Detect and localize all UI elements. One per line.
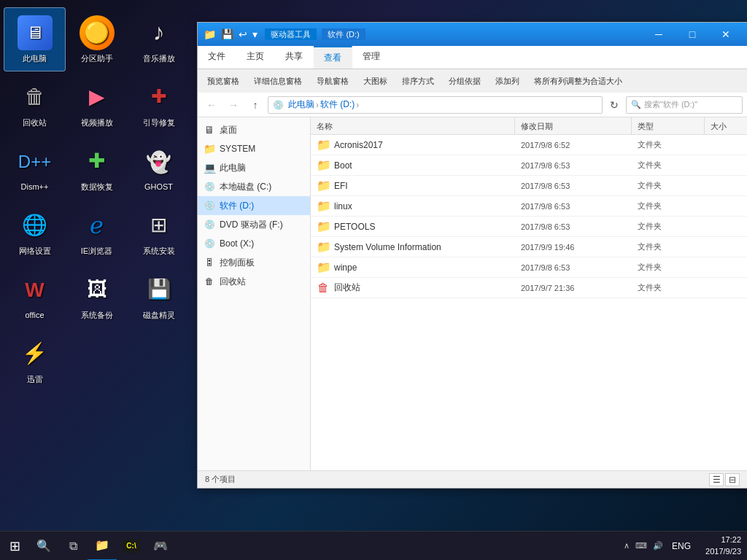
desktop-icon-ie[interactable]: ℯ IE浏览器: [66, 200, 128, 264]
ribbon-btn-4[interactable]: 大图标: [357, 73, 394, 90]
nav-item-control-panel[interactable]: 🎛 控制面板: [198, 253, 310, 272]
table-row[interactable]: 📁 Acronis2017 2017/9/8 6:52 文件夹: [311, 135, 747, 155]
nav-item-dvd-f[interactable]: 💿 DVD 驱动器 (F:): [198, 215, 310, 234]
table-row[interactable]: 🗑 回收站 2017/9/7 21:36 文件夹: [311, 278, 747, 298]
desktop-icon-network[interactable]: 🌐 网络设置: [4, 200, 66, 264]
minimize-button[interactable]: ─: [642, 23, 676, 46]
software-d-link[interactable]: 软件 (D:): [320, 98, 355, 111]
nav-item-recycle-bin[interactable]: 🗑 回收站: [198, 272, 310, 291]
desktop-icon-office[interactable]: W office: [4, 264, 66, 328]
status-view-buttons: ☰ ⊟: [709, 473, 740, 486]
col-size[interactable]: 大小: [705, 117, 747, 135]
software-d-label: 软件 (D:): [322, 28, 365, 40]
ribbon-btn-1[interactable]: 预览窗格: [201, 73, 246, 90]
ribbon-tabs: 文件 主页 共享 查看 管理: [198, 46, 747, 69]
taskbar-cmd[interactable]: C:\: [117, 532, 146, 561]
col-name[interactable]: 名称: [311, 117, 515, 135]
nav-item-local-c[interactable]: 💿 本地磁盘 (C:): [198, 177, 310, 196]
forward-button[interactable]: →: [224, 96, 243, 114]
desktop-icon-video[interactable]: ▶ 视频播放: [66, 71, 128, 136]
taskbar-task-view[interactable]: ⧉: [58, 532, 88, 561]
ribbon-btn-3[interactable]: 导航窗格: [310, 73, 355, 90]
desktop-icon-xunlei[interactable]: ⚡ 迅雷: [4, 328, 66, 392]
file-name-cell: 📁 Boot: [311, 158, 515, 172]
back-button[interactable]: ←: [202, 96, 221, 114]
desktop-icon-repair[interactable]: ✚ 引导修复: [128, 71, 190, 136]
tab-share[interactable]: 共享: [275, 46, 314, 69]
search-bar[interactable]: 🔍 搜索"软件 (D:)": [626, 96, 743, 114]
desktop-icon-music[interactable]: ♪ 音乐播放: [128, 7, 190, 71]
xunlei-icon: ⚡: [18, 336, 53, 371]
desktop-icon-partition[interactable]: 🟡 分区助手: [66, 7, 128, 71]
file-modified: 2017/9/8 6:52: [515, 141, 632, 149]
table-row[interactable]: 📁 System Volume Information 2017/9/9 19:…: [311, 237, 747, 257]
taskbar-clock[interactable]: 17:22 2017/9/23: [700, 534, 747, 557]
search-icon: 🔍: [631, 100, 641, 109]
table-row[interactable]: 📁 Boot 2017/9/8 6:53 文件夹: [311, 155, 747, 176]
desktop-icon-this-pc[interactable]: 🖥 此电脑: [4, 7, 66, 71]
item-count: 8 个项目: [205, 474, 236, 485]
tab-file[interactable]: 文件: [198, 46, 236, 69]
desktop-icon-label: 迅雷: [27, 374, 43, 385]
tray-language[interactable]: ENG: [669, 541, 694, 551]
nav-item-this-pc[interactable]: 💻 此电脑: [198, 158, 310, 177]
ie-icon: ℯ: [80, 208, 115, 243]
folder-icon: 📁: [317, 219, 330, 233]
up-button[interactable]: ↑: [246, 96, 265, 114]
taskbar-search[interactable]: 🔍: [29, 532, 58, 561]
taskbar-file-explorer[interactable]: 📁: [88, 532, 117, 561]
table-row[interactable]: 📁 PETOOLS 2017/9/8 6:53 文件夹: [311, 217, 747, 237]
file-modified: 2017/9/8 6:53: [515, 222, 632, 231]
table-row[interactable]: 📁 EFI 2017/9/8 6:53 文件夹: [311, 176, 747, 196]
explorer-window: 📁 💾 ↩ ▾ 驱动器工具 软件 (D:) ─ □ ✕ 文件 主页 共享 查看 …: [197, 22, 747, 489]
refresh-button[interactable]: ↻: [605, 96, 623, 114]
tab-home[interactable]: 主页: [236, 46, 275, 69]
nav-item-system[interactable]: 📁 SYSTEM: [198, 139, 310, 158]
ribbon-btn-5[interactable]: 排序方式: [395, 73, 441, 90]
taskbar-game[interactable]: 🎮: [146, 532, 175, 561]
drive-icon: 💿: [273, 100, 284, 110]
nav-item-desktop[interactable]: 🖥 桌面: [198, 120, 310, 139]
down-arrow-icon[interactable]: ▾: [251, 27, 259, 42]
desktop-icon-backup[interactable]: 🖼 系统备份: [66, 264, 128, 328]
start-button[interactable]: ⊞: [0, 532, 29, 561]
desktop-icon-recovery[interactable]: ✚ 数据恢复: [66, 136, 128, 200]
list-view-button[interactable]: ☰: [709, 473, 724, 486]
recycle-icon: 🗑: [18, 79, 53, 114]
desktop-icon-sysinstall[interactable]: ⊞ 系统安装: [128, 200, 190, 264]
table-row[interactable]: 📁 winpe 2017/9/8 6:53 文件夹: [311, 257, 747, 278]
desktop-icon-ghost[interactable]: 👻 GHOST: [128, 136, 190, 200]
save-icon[interactable]: 💾: [220, 27, 235, 42]
col-type[interactable]: 类型: [632, 117, 705, 135]
address-bar[interactable]: 💿 此电脑 › 软件 (D:) ›: [268, 96, 603, 114]
detail-view-button[interactable]: ⊟: [725, 473, 740, 486]
desktop-icon-label: 数据恢复: [81, 182, 113, 192]
ribbon-btn-6[interactable]: 分组依据: [442, 73, 487, 90]
nav-item-label: DVD 驱动器 (F:): [220, 219, 283, 231]
file-type: 文件夹: [632, 282, 705, 293]
tray-keyboard-icon[interactable]: ⌨: [635, 541, 647, 551]
close-button[interactable]: ✕: [709, 23, 743, 46]
folder-icon: 📁: [317, 158, 330, 172]
nav-item-boot-x[interactable]: 💿 Boot (X:): [198, 234, 310, 253]
table-row[interactable]: 📁 linux 2017/9/8 6:53 文件夹: [311, 196, 747, 217]
this-pc-link[interactable]: 此电脑: [288, 98, 314, 111]
undo-icon[interactable]: ↩: [237, 27, 249, 42]
desktop-icon-dism[interactable]: D++ Dism++: [4, 136, 66, 200]
tray-chevron-up[interactable]: ∧: [624, 541, 630, 551]
tray-volume-icon[interactable]: 🔊: [653, 541, 663, 551]
tab-view[interactable]: 查看: [314, 46, 352, 69]
this-pc-icon: 🖥: [18, 15, 53, 50]
main-content: 🖥 桌面 📁 SYSTEM 💻 此电脑 💿 本地磁盘 (C:) 💿: [198, 117, 747, 470]
tab-manage[interactable]: 管理: [352, 46, 391, 69]
nav-item-software-d[interactable]: 💿 软件 (D:): [198, 196, 310, 215]
ribbon-btn-2[interactable]: 详细信息窗格: [247, 73, 309, 90]
desktop-icon-diskgenius[interactable]: 💾 磁盘精灵: [128, 264, 190, 328]
ribbon-btn-8[interactable]: 将所有列调整为合适大小: [527, 73, 629, 90]
desktop-icon-recycle[interactable]: 🗑 回收站: [4, 71, 66, 136]
ribbon-btn-7[interactable]: 添加列: [489, 73, 526, 90]
maximize-button[interactable]: □: [676, 23, 709, 46]
col-modified[interactable]: 修改日期: [515, 117, 632, 135]
taskbar-game-icon: 🎮: [153, 539, 168, 553]
file-name-cell: 📁 Acronis2017: [311, 138, 515, 152]
